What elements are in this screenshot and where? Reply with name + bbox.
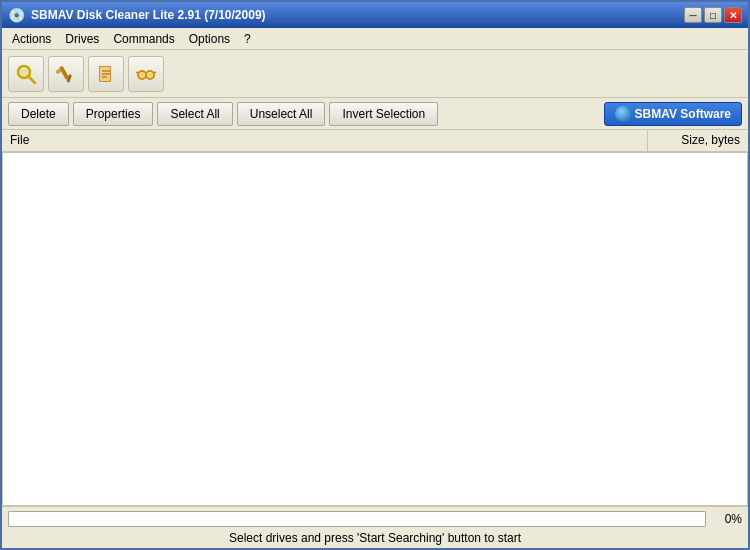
progress-bar-container [8,511,706,527]
size-column-header: Size, bytes [648,130,748,151]
properties-button[interactable]: Properties [73,102,154,126]
progress-row: 0% [2,507,748,529]
svg-point-2 [20,68,28,76]
menu-help[interactable]: ? [238,30,257,47]
glasses-icon [135,63,157,85]
progress-percent: 0% [712,512,742,526]
maximize-button[interactable]: □ [704,7,722,23]
book-icon [95,63,117,85]
window-title: SBMAV Disk Cleaner Lite 2.91 (7/10/2009) [31,8,266,22]
svg-line-16 [136,72,138,73]
tools-icon [55,63,77,85]
svg-rect-3 [59,65,69,79]
search-icon [15,63,37,85]
action-bar: Delete Properties Select All Unselect Al… [2,98,748,130]
menu-commands[interactable]: Commands [107,30,180,47]
main-window: 💿 SBMAV Disk Cleaner Lite 2.91 (7/10/200… [0,0,750,550]
delete-button[interactable]: Delete [8,102,69,126]
title-bar: 💿 SBMAV Disk Cleaner Lite 2.91 (7/10/200… [2,2,748,28]
status-bar: 0% Select drives and press 'Start Search… [2,506,748,548]
svg-point-15 [148,72,153,77]
svg-point-14 [140,72,145,77]
file-list[interactable] [2,152,748,506]
tools-button[interactable] [48,56,84,92]
file-column-header: File [2,130,648,151]
column-headers: File Size, bytes [2,130,748,152]
menu-bar: Actions Drives Commands Options ? [2,28,748,50]
book-button[interactable] [88,56,124,92]
menu-actions[interactable]: Actions [6,30,57,47]
minimize-button[interactable]: ─ [684,7,702,23]
globe-icon [615,106,631,122]
toolbar [2,50,748,98]
window-icon: 💿 [8,7,25,23]
title-controls: ─ □ ✕ [684,7,742,23]
svg-line-17 [154,72,156,73]
status-message: Select drives and press 'Start Searching… [2,529,748,549]
unselect-all-button[interactable]: Unselect All [237,102,326,126]
close-button[interactable]: ✕ [724,7,742,23]
search-button[interactable] [8,56,44,92]
title-bar-left: 💿 SBMAV Disk Cleaner Lite 2.91 (7/10/200… [8,7,266,23]
invert-selection-button[interactable]: Invert Selection [329,102,438,126]
select-all-button[interactable]: Select All [157,102,232,126]
about-button[interactable] [128,56,164,92]
menu-drives[interactable]: Drives [59,30,105,47]
svg-line-1 [29,77,35,83]
sbmav-label: SBMAV Software [635,107,731,121]
menu-options[interactable]: Options [183,30,236,47]
sbmav-software-button[interactable]: SBMAV Software [604,102,742,126]
